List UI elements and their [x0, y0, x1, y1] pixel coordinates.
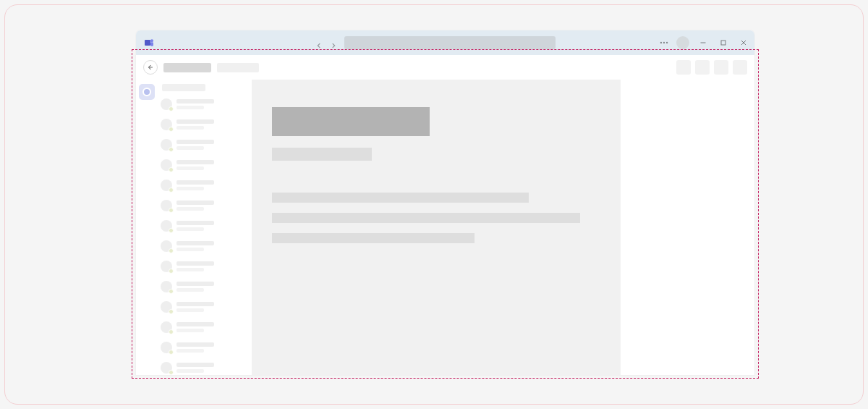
avatar-icon — [161, 342, 172, 353]
avatar-icon — [161, 119, 172, 130]
list-item[interactable] — [161, 240, 247, 252]
svg-point-1 — [150, 39, 153, 42]
tool-action-2[interactable] — [695, 60, 710, 75]
avatar-icon — [161, 180, 172, 191]
svg-point-5 — [666, 42, 668, 43]
svg-rect-2 — [150, 42, 153, 46]
breadcrumb-primary[interactable] — [163, 63, 211, 72]
more-horizontal-icon[interactable] — [659, 38, 669, 48]
list-item[interactable] — [161, 119, 247, 130]
list-item[interactable] — [161, 159, 247, 171]
svg-rect-0 — [145, 40, 150, 46]
list-item[interactable] — [161, 362, 247, 374]
content-pane — [252, 80, 754, 375]
list-item[interactable] — [161, 180, 247, 191]
avatar-icon — [161, 261, 172, 272]
list-item[interactable] — [161, 342, 247, 353]
back-button[interactable] — [143, 60, 158, 75]
avatar-icon — [161, 98, 172, 110]
svg-rect-7 — [721, 41, 726, 45]
avatar-icon — [161, 200, 172, 211]
avatar-icon — [161, 139, 172, 151]
tool-row — [136, 55, 754, 80]
svg-point-3 — [660, 42, 662, 43]
list-item[interactable] — [161, 261, 247, 272]
card-body-line — [272, 213, 580, 223]
minimize-icon[interactable] — [697, 36, 710, 49]
list-item[interactable] — [161, 98, 247, 110]
app-rail — [136, 80, 158, 375]
card-title — [272, 107, 430, 136]
tool-action-4[interactable] — [733, 60, 747, 75]
card-subtitle — [272, 148, 372, 161]
list-item[interactable] — [161, 321, 247, 333]
chat-app-icon[interactable] — [139, 84, 155, 100]
chat-list — [158, 80, 252, 375]
avatar-icon — [161, 321, 172, 333]
body-area — [136, 80, 754, 375]
tool-action-3[interactable] — [714, 60, 728, 75]
avatar-icon — [161, 281, 172, 292]
list-item[interactable] — [161, 139, 247, 151]
avatar-icon — [161, 220, 172, 232]
teams-logo-icon — [143, 37, 155, 49]
list-item[interactable] — [161, 200, 247, 211]
card-body-line — [272, 233, 475, 243]
list-item[interactable] — [161, 220, 247, 232]
tool-action-1[interactable] — [676, 60, 691, 75]
avatar-icon — [161, 301, 172, 313]
content-card — [252, 80, 621, 375]
user-avatar[interactable] — [676, 36, 689, 49]
avatar-icon — [161, 159, 172, 171]
avatar-icon — [161, 240, 172, 252]
breadcrumb-secondary[interactable] — [217, 63, 259, 72]
card-body-line — [272, 193, 529, 203]
maximize-icon[interactable] — [717, 36, 730, 49]
svg-point-4 — [663, 42, 665, 43]
search-input[interactable] — [344, 36, 556, 49]
title-bar — [136, 30, 754, 55]
chevron-right-icon[interactable] — [330, 39, 337, 46]
chevron-left-icon[interactable] — [315, 39, 323, 46]
chat-list-header — [162, 84, 205, 91]
app-window — [136, 30, 754, 375]
close-icon[interactable] — [737, 36, 750, 49]
avatar-icon — [161, 362, 172, 374]
list-item[interactable] — [161, 301, 247, 313]
list-item[interactable] — [161, 281, 247, 292]
